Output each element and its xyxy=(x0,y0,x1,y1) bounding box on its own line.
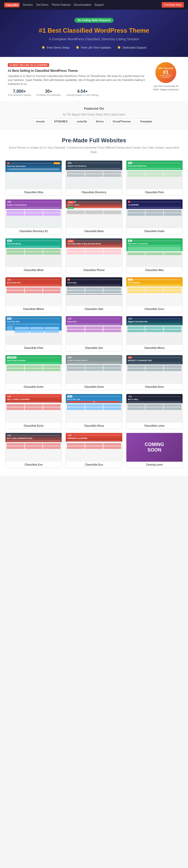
demo-moto-thumb: NEW BEST CARS BEST CARS Search xyxy=(66,199,122,228)
demo-exo-label: ClassiAds Exo xyxy=(5,462,62,468)
hero-section: No Coding Skills Required #1 Best Classi… xyxy=(0,10,188,57)
demo-echo-thumb: CLASSIFIED Sell & Find Classified xyxy=(5,355,62,384)
navbar: ClassiAd Services Tool Demo Theme Featur… xyxy=(0,0,188,10)
demo-pets[interactable]: Pets Find Your Perfect Pet ClassiAds Pet… xyxy=(126,160,183,195)
demo-echo-label: ClassiAds Echo xyxy=(5,384,62,390)
info-bar: #1 BEST SELLING IN CLASSIFIED #1 Best Se… xyxy=(0,57,188,102)
demo-salc[interactable]: S Sell & Buy ClassiAds Salc xyxy=(66,277,122,312)
demo-dose-label: ClassiAds Dose xyxy=(66,384,122,390)
logo-greatthemes: GreatThemes xyxy=(110,119,133,124)
demo-mittos[interactable]: Logo Best Deals Here ClassiAds Mittos xyxy=(5,277,62,312)
nav-documentation[interactable]: Documentation xyxy=(74,3,91,6)
logo-thrive: thrive xyxy=(93,119,106,124)
demo-zoco-label: ClassiAds Zoco xyxy=(126,306,183,312)
featured-logos: envato ATHEMES colorlib thrive GreatThem… xyxy=(5,119,183,124)
demo-moto[interactable]: NEW BEST CARS BEST CARS Search ClassiAds… xyxy=(66,199,122,235)
demo-ultra-label: ClassiAds Ultra xyxy=(5,189,62,195)
demo-phone[interactable]: NEW Phone The Smart Way To Buy And Sell … xyxy=(66,238,122,273)
demo-lemo[interactable]: Logo BUY & SELL ClassiAds Lemo xyxy=(126,394,183,429)
demo-eco-thumb: Logo PREMIUM CLASSIFIED xyxy=(66,433,122,462)
logo-template: Template xyxy=(137,119,154,124)
hero-subtitle: A Complete WordPress Classified, Directo… xyxy=(5,37,183,41)
demo-lemo-label: ClassiAds Lemo xyxy=(126,423,183,429)
section-subtitle: Every Person Is Unique So Is Your Classi… xyxy=(5,146,183,154)
info-text: #1 BEST SELLING IN CLASSIFIED #1 Best Se… xyxy=(8,62,146,96)
demo-fasto-label: ClassiAds Fasto xyxy=(126,228,183,234)
demo-flow-thumb: Flow Post Free Ads xyxy=(5,316,62,345)
featured-label: Featured On xyxy=(5,106,183,111)
demo-wax-thumb: Wax WELCOME TO CLASSADS xyxy=(126,239,183,267)
stat-1: 7,000+ Free Business Startup xyxy=(8,89,31,96)
demo-directory-label: ClassiAds Directory xyxy=(66,189,122,195)
demo-coming-label: Coming soon xyxy=(126,462,183,468)
demo-eco[interactable]: Logo PREMIUM CLASSIFIED ClassiAds Eco xyxy=(66,433,122,468)
demo-dose[interactable]: Logo Largest Classified Website ClassiAd… xyxy=(66,355,122,390)
hero-feature-1: ⭐ Free Demo Setup xyxy=(41,46,69,49)
badge-sub: Join The Community Of 7000+ Happy Custom… xyxy=(152,85,180,91)
demo-directory2-label: ClassiAds Directory 01 xyxy=(5,228,62,234)
featured-sub: By The Biggest Web Design Blogs Which Ap… xyxy=(5,113,183,116)
demo-nova-label: ClassiAds Nova xyxy=(66,423,122,429)
demo-salc-label: ClassiAds Salc xyxy=(66,306,122,312)
demos-grid: C Post Ad Find Your Next Home 🔍 ClassiAd… xyxy=(5,160,183,468)
purchase-button[interactable]: Purchase Now xyxy=(162,2,184,7)
demo-flow[interactable]: Flow Post Free Ads ClassiAds xyxy=(5,316,62,351)
demo-pets-thumb: Pets Find Your Perfect Pet xyxy=(126,161,183,189)
section-title: Pre-Made Full Websites xyxy=(5,137,183,144)
new-badge-phone: NEW xyxy=(67,240,74,243)
logo-athemes: ATHEMES xyxy=(52,119,70,124)
demo-wind-label: ClassiAds Wind xyxy=(5,267,62,273)
demo-phone-thumb: NEW Phone The Smart Way To Buy And Sell … xyxy=(66,239,122,267)
demo-nova[interactable]: Nova BUY & SELL 35% 35% ClassiAds Nova xyxy=(66,394,122,429)
demo-ems[interactable]: Ems BIGGEST CLASSIFIED ADS ClassiAds Ems xyxy=(126,355,183,390)
demo-coming-thumb: COMINGSOON xyxy=(126,433,183,462)
demo-zen-label: ClassiAds Zen xyxy=(66,345,122,351)
nav-tool-demo[interactable]: Tool Demo xyxy=(36,3,48,6)
demo-mono[interactable]: Mono Biggest Classified Site ClassiAds M… xyxy=(126,316,183,351)
nav-support[interactable]: Support xyxy=(95,3,104,6)
stat-2-num: 30+ xyxy=(36,89,61,94)
stats-row: 7,000+ Free Business Startup 30+ Profita… xyxy=(8,89,146,96)
demo-echo[interactable]: CLASSIFIED Sell & Find Classified Classi… xyxy=(5,355,62,390)
demo-dose-thumb: Logo Largest Classified Website xyxy=(66,355,122,384)
demo-wax[interactable]: Wax WELCOME TO CLASSADS ClassiAds Wax xyxy=(126,238,183,273)
premade-section: Pre-Made Full Websites Every Person Is U… xyxy=(0,129,188,476)
info-tag: #1 BEST SELLING IN CLASSIFIED xyxy=(8,63,49,67)
demo-directory2[interactable]: Logo Explore Your Business ClassiAds Dir… xyxy=(5,199,62,235)
demo-phone-label: ClassiAds Phone xyxy=(66,267,122,273)
stat-2-lbl: Profitable Full Websites xyxy=(36,94,61,96)
demo-ems-thumb: Ems BIGGEST CLASSIFIED ADS xyxy=(126,355,183,384)
demo-fasto-thumb: F CLASSIFIED xyxy=(126,199,183,228)
demo-mittos-label: ClassiAds Mittos xyxy=(5,306,62,312)
hero-feature-2: ⭐ Free Life-Time Updates xyxy=(76,46,111,49)
site-logo[interactable]: ClassiAd xyxy=(4,3,20,7)
demo-pets-label: ClassiAds Pets xyxy=(126,189,183,195)
demo-exrio[interactable]: Logo SELL & FIND CLASSIFIED ClassiAds Ex… xyxy=(5,394,62,429)
demo-exo-thumb: Logo BUY & SELL MARKETPLACE xyxy=(5,433,62,462)
demo-flow-label: ClassiAds Flow xyxy=(5,345,62,351)
nav-services[interactable]: Services xyxy=(23,3,33,6)
demo-zen-thumb: Logo Buy & Sell xyxy=(66,316,122,345)
hero-features: ⭐ Free Demo Setup ⭐ Free Life-Time Updat… xyxy=(5,46,183,49)
demo-coming-soon[interactable]: COMINGSOON Coming soon xyxy=(126,433,183,468)
demo-lemo-thumb: Logo BUY & SELL xyxy=(126,394,183,423)
hero-title: #1 Best Classified WordPress Theme xyxy=(5,26,183,34)
star-icon-3: ⭐ xyxy=(117,46,121,49)
nav-links: Services Tool Demo Theme Features Docume… xyxy=(23,3,158,6)
demo-zen[interactable]: Logo Buy & Sell ClassiAds Zen xyxy=(66,316,122,351)
demo-directory-thumb: Logo Explore Our Business xyxy=(66,161,122,189)
stat-3-lbl: Average Based on 400 Ratings xyxy=(66,94,98,96)
demo-zoco-thumb: Zoco Find Anything xyxy=(126,277,183,306)
demo-wind[interactable]: Wind Find Everything ClassiAds Wind xyxy=(5,238,62,273)
nav-theme-features[interactable]: Theme Features xyxy=(52,3,70,6)
demo-ultra[interactable]: C Post Ad Find Your Next Home 🔍 ClassiAd… xyxy=(5,160,62,195)
stat-3-num: 4.54+ xyxy=(66,89,98,94)
demo-fasto[interactable]: F CLASSIFIED ClassiAds Fasto xyxy=(126,199,183,235)
demo-wind-thumb: Wind Find Everything xyxy=(5,239,62,267)
demo-exo[interactable]: Logo BUY & SELL MARKETPLACE ClassiAds Ex… xyxy=(5,433,62,468)
demo-directory[interactable]: Logo Explore Our Business ClassiAds Dire… xyxy=(66,160,122,195)
demo-mono-label: ClassiAds Mono xyxy=(126,345,183,351)
stat-1-lbl: Free Business Startup xyxy=(8,94,31,96)
star-icon-1: ⭐ xyxy=(41,46,45,49)
demo-zoco[interactable]: Zoco Find Anything ClassiAds Zoco xyxy=(126,277,183,312)
